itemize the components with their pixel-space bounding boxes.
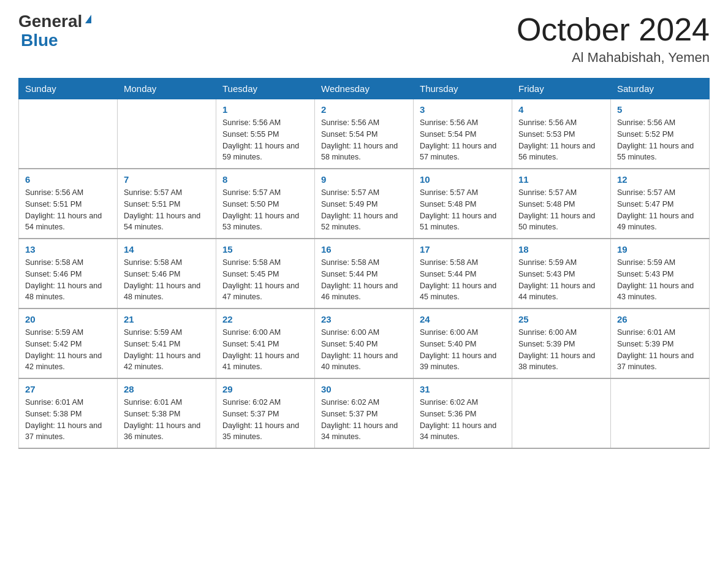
calendar-cell: 22Sunrise: 6:00 AMSunset: 5:41 PMDayligh… xyxy=(216,308,315,378)
calendar-cell: 28Sunrise: 6:01 AMSunset: 5:38 PMDayligh… xyxy=(118,378,216,448)
day-number: 29 xyxy=(222,384,308,394)
day-info: Sunrise: 5:56 AMSunset: 5:54 PMDaylight:… xyxy=(321,117,407,163)
column-header-friday: Friday xyxy=(512,79,611,99)
day-info: Sunrise: 5:56 AMSunset: 5:54 PMDaylight:… xyxy=(420,117,506,163)
day-info: Sunrise: 5:57 AMSunset: 5:49 PMDaylight:… xyxy=(321,187,407,233)
day-number: 15 xyxy=(222,244,308,255)
calendar-cell: 16Sunrise: 5:58 AMSunset: 5:44 PMDayligh… xyxy=(315,239,414,308)
day-info: Sunrise: 5:58 AMSunset: 5:46 PMDaylight:… xyxy=(124,257,210,303)
week-row-5: 27Sunrise: 6:01 AMSunset: 5:38 PMDayligh… xyxy=(19,378,710,448)
day-info: Sunrise: 5:59 AMSunset: 5:43 PMDaylight:… xyxy=(617,257,703,303)
calendar-location: Al Mahabishah, Yemen xyxy=(517,50,710,66)
day-info: Sunrise: 5:57 AMSunset: 5:50 PMDaylight:… xyxy=(222,187,308,233)
day-number: 24 xyxy=(420,314,506,324)
calendar-cell: 4Sunrise: 5:56 AMSunset: 5:53 PMDaylight… xyxy=(512,99,611,169)
calendar-cell: 30Sunrise: 6:02 AMSunset: 5:37 PMDayligh… xyxy=(315,378,414,448)
day-info: Sunrise: 5:59 AMSunset: 5:42 PMDaylight:… xyxy=(25,327,111,373)
calendar-cell xyxy=(19,99,118,169)
day-info: Sunrise: 5:56 AMSunset: 5:52 PMDaylight:… xyxy=(617,117,703,163)
day-info: Sunrise: 5:57 AMSunset: 5:48 PMDaylight:… xyxy=(420,187,506,233)
day-info: Sunrise: 6:00 AMSunset: 5:40 PMDaylight:… xyxy=(321,327,407,373)
day-info: Sunrise: 6:00 AMSunset: 5:41 PMDaylight:… xyxy=(222,327,308,373)
calendar-cell xyxy=(512,378,611,448)
day-info: Sunrise: 6:02 AMSunset: 5:37 PMDaylight:… xyxy=(222,397,308,443)
calendar-cell: 19Sunrise: 5:59 AMSunset: 5:43 PMDayligh… xyxy=(611,239,710,308)
day-info: Sunrise: 5:56 AMSunset: 5:53 PMDaylight:… xyxy=(518,117,604,163)
calendar-cell: 3Sunrise: 5:56 AMSunset: 5:54 PMDaylight… xyxy=(414,99,512,169)
day-info: Sunrise: 5:58 AMSunset: 5:44 PMDaylight:… xyxy=(321,257,407,303)
logo: General Blue xyxy=(18,12,91,50)
logo-triangle-icon xyxy=(85,15,91,23)
day-number: 12 xyxy=(617,174,703,185)
day-number: 17 xyxy=(420,244,506,255)
day-number: 19 xyxy=(617,244,703,255)
day-number: 7 xyxy=(124,174,210,185)
day-info: Sunrise: 5:57 AMSunset: 5:51 PMDaylight:… xyxy=(124,187,210,233)
calendar-cell: 11Sunrise: 5:57 AMSunset: 5:48 PMDayligh… xyxy=(512,169,611,239)
week-row-3: 13Sunrise: 5:58 AMSunset: 5:46 PMDayligh… xyxy=(19,239,710,308)
day-number: 25 xyxy=(518,314,604,324)
day-info: Sunrise: 6:01 AMSunset: 5:38 PMDaylight:… xyxy=(124,397,210,443)
day-info: Sunrise: 5:59 AMSunset: 5:43 PMDaylight:… xyxy=(518,257,604,303)
column-header-monday: Monday xyxy=(118,79,216,99)
day-info: Sunrise: 5:56 AMSunset: 5:55 PMDaylight:… xyxy=(222,117,308,163)
day-info: Sunrise: 6:02 AMSunset: 5:37 PMDaylight:… xyxy=(321,397,407,443)
page-header: General Blue October 2024 Al Mahabishah,… xyxy=(18,12,710,66)
day-info: Sunrise: 6:02 AMSunset: 5:36 PMDaylight:… xyxy=(420,397,506,443)
calendar-cell: 5Sunrise: 5:56 AMSunset: 5:52 PMDaylight… xyxy=(611,99,710,169)
calendar-cell: 26Sunrise: 6:01 AMSunset: 5:39 PMDayligh… xyxy=(611,308,710,378)
calendar-cell: 15Sunrise: 5:58 AMSunset: 5:45 PMDayligh… xyxy=(216,239,315,308)
calendar-cell: 31Sunrise: 6:02 AMSunset: 5:36 PMDayligh… xyxy=(414,378,512,448)
calendar-cell: 13Sunrise: 5:58 AMSunset: 5:46 PMDayligh… xyxy=(19,239,118,308)
calendar-cell: 24Sunrise: 6:00 AMSunset: 5:40 PMDayligh… xyxy=(414,308,512,378)
calendar-cell: 20Sunrise: 5:59 AMSunset: 5:42 PMDayligh… xyxy=(19,308,118,378)
day-number: 26 xyxy=(617,314,703,324)
calendar-cell: 21Sunrise: 5:59 AMSunset: 5:41 PMDayligh… xyxy=(118,308,216,378)
calendar-cell: 23Sunrise: 6:00 AMSunset: 5:40 PMDayligh… xyxy=(315,308,414,378)
day-number: 11 xyxy=(518,174,604,185)
day-number: 1 xyxy=(222,104,308,115)
day-info: Sunrise: 5:58 AMSunset: 5:45 PMDaylight:… xyxy=(222,257,308,303)
week-row-2: 6Sunrise: 5:56 AMSunset: 5:51 PMDaylight… xyxy=(19,169,710,239)
day-number: 23 xyxy=(321,314,407,324)
logo-blue-text: Blue xyxy=(21,31,58,50)
day-info: Sunrise: 6:00 AMSunset: 5:39 PMDaylight:… xyxy=(518,327,604,373)
calendar-cell: 6Sunrise: 5:56 AMSunset: 5:51 PMDaylight… xyxy=(19,169,118,239)
day-number: 4 xyxy=(518,104,604,115)
calendar-cell: 14Sunrise: 5:58 AMSunset: 5:46 PMDayligh… xyxy=(118,239,216,308)
calendar-cell: 27Sunrise: 6:01 AMSunset: 5:38 PMDayligh… xyxy=(19,378,118,448)
title-block: October 2024 Al Mahabishah, Yemen xyxy=(517,12,710,66)
day-info: Sunrise: 5:59 AMSunset: 5:41 PMDaylight:… xyxy=(124,327,210,373)
day-number: 21 xyxy=(124,314,210,324)
day-info: Sunrise: 5:57 AMSunset: 5:48 PMDaylight:… xyxy=(518,187,604,233)
calendar-cell: 2Sunrise: 5:56 AMSunset: 5:54 PMDaylight… xyxy=(315,99,414,169)
calendar-cell: 1Sunrise: 5:56 AMSunset: 5:55 PMDaylight… xyxy=(216,99,315,169)
calendar-cell: 12Sunrise: 5:57 AMSunset: 5:47 PMDayligh… xyxy=(611,169,710,239)
day-number: 18 xyxy=(518,244,604,255)
week-row-1: 1Sunrise: 5:56 AMSunset: 5:55 PMDaylight… xyxy=(19,99,710,169)
calendar-cell: 25Sunrise: 6:00 AMSunset: 5:39 PMDayligh… xyxy=(512,308,611,378)
day-info: Sunrise: 6:01 AMSunset: 5:39 PMDaylight:… xyxy=(617,327,703,373)
calendar-title: October 2024 xyxy=(517,12,710,47)
column-header-tuesday: Tuesday xyxy=(216,79,315,99)
day-number: 27 xyxy=(25,384,111,394)
day-number: 10 xyxy=(420,174,506,185)
day-number: 28 xyxy=(124,384,210,394)
day-info: Sunrise: 6:01 AMSunset: 5:38 PMDaylight:… xyxy=(25,397,111,443)
calendar-cell: 9Sunrise: 5:57 AMSunset: 5:49 PMDaylight… xyxy=(315,169,414,239)
day-info: Sunrise: 5:56 AMSunset: 5:51 PMDaylight:… xyxy=(25,187,111,233)
column-header-saturday: Saturday xyxy=(611,79,710,99)
day-number: 16 xyxy=(321,244,407,255)
calendar-cell xyxy=(118,99,216,169)
day-number: 20 xyxy=(25,314,111,324)
calendar-cell: 8Sunrise: 5:57 AMSunset: 5:50 PMDaylight… xyxy=(216,169,315,239)
calendar-cell xyxy=(611,378,710,448)
day-number: 30 xyxy=(321,384,407,394)
day-number: 9 xyxy=(321,174,407,185)
day-number: 3 xyxy=(420,104,506,115)
column-header-thursday: Thursday xyxy=(414,79,512,99)
day-info: Sunrise: 6:00 AMSunset: 5:40 PMDaylight:… xyxy=(420,327,506,373)
calendar-header-row: SundayMondayTuesdayWednesdayThursdayFrid… xyxy=(19,79,710,99)
day-number: 31 xyxy=(420,384,506,394)
day-number: 2 xyxy=(321,104,407,115)
